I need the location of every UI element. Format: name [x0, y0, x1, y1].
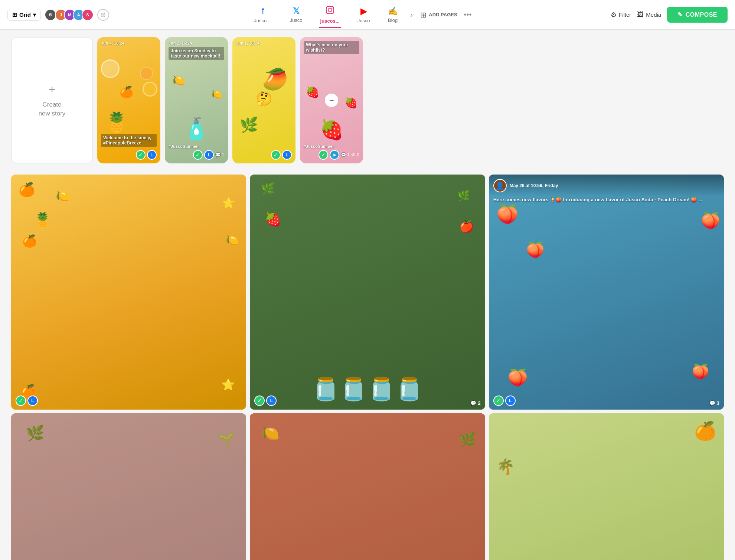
- media-label: Media: [646, 12, 661, 18]
- story-2-check-icon: ✓: [193, 150, 203, 160]
- top-navigation: ⊞ Grid ▾ 6 J M A S ⊕ f Jusco ... 𝕏 Jusco: [0, 0, 735, 30]
- story-3-overlay: Jun 1, 16:24 ✓ L: [232, 37, 295, 163]
- post-2-check-icon: ✓: [254, 395, 265, 406]
- story-1-text: Welcome to the family, #PineappleBreeze: [101, 134, 157, 147]
- story-2-overlay: Jun 2, 16:24 Join us on Sunday to taste …: [165, 37, 228, 163]
- tab-instagram[interactable]: juscos...: [311, 2, 349, 27]
- post-card-3[interactable]: 🍑 🍑 🍑 🍑 🍑 👤 May 26 at 10:56, Friday Here…: [489, 175, 724, 410]
- story-2-hashtag: #JuscoSummer: [169, 144, 224, 149]
- post-2-overlay: ✓ L 💬 2: [250, 392, 485, 410]
- story-4-hashtag: #JuscoSummer: [304, 144, 359, 149]
- twitter-icon: 𝕏: [293, 6, 300, 16]
- facebook-icon: f: [262, 6, 264, 16]
- post-3-fb-header: 👤 May 26 at 10:56, Friday: [493, 179, 719, 192]
- telegram-icon: ➤: [330, 150, 339, 160]
- more-options-button[interactable]: •••: [461, 10, 475, 19]
- add-pages-icon: ⊞: [420, 10, 427, 19]
- story-2-timestamp: Jun 2, 16:24: [169, 41, 224, 45]
- post-2-comment: 💬 2: [470, 400, 480, 406]
- media-button[interactable]: 🖼 Media: [637, 11, 661, 19]
- create-story-plus-icon: +: [49, 83, 56, 97]
- post-1-check-icon: ✓: [16, 395, 26, 406]
- story-4-overlay: What's next on your wishlist? #JuscoSumm…: [300, 37, 363, 163]
- posts-grid: 🍊 🍋 🍍 ⭐ 🍊 🍋 🍊 ⭐ ✓ L 🫙🫙🫙🫙 🌿 🌿 🍓 🍎: [11, 175, 724, 410]
- story-1-avatar: L: [147, 150, 157, 160]
- comment-icon: 💬: [470, 400, 476, 406]
- filter-label: Filter: [619, 12, 631, 18]
- story-4-extra: 👁 0: [351, 152, 359, 157]
- post-3-fb-date: May 26 at 10:56, Friday: [510, 183, 558, 188]
- media-icon: 🖼: [637, 11, 644, 19]
- add-member-button[interactable]: ⊕: [97, 9, 109, 21]
- post-1-overlay: ✓ L: [11, 392, 246, 410]
- grid-view-button[interactable]: ⊞ Grid ▾: [7, 9, 41, 21]
- blog-icon: ✍: [388, 6, 398, 16]
- chevron-down-icon: ▾: [33, 12, 36, 18]
- post-1-status: ✓ L: [16, 395, 38, 406]
- post-card-4[interactable]: 🫙 🫙 🫙 🌿 🌱 ✓: [11, 413, 246, 560]
- story-3-avatar: L: [282, 150, 292, 160]
- filter-button[interactable]: ⚙ Filter: [611, 11, 631, 19]
- compose-label: COMPOSE: [686, 12, 717, 18]
- story-3-timestamp: Jun 1, 16:24: [236, 41, 292, 45]
- platform-tabs: f Jusco ... 𝕏 Jusco juscos... ▶ Jusco: [109, 2, 611, 27]
- story-4-text: What's next on your wishlist?: [304, 41, 359, 54]
- post-3-comment-icon: 💬: [709, 400, 715, 406]
- story-card-4[interactable]: 🍓 🍓 🍓 → What's next on your wishlist? #J…: [300, 37, 363, 163]
- story-1-check-icon: ✓: [136, 150, 146, 160]
- post-3-overlay: ✓ L 💬 3: [489, 392, 724, 410]
- story-4-comment: 💬 1: [341, 152, 350, 157]
- avatar-4: S: [82, 9, 94, 21]
- tab-facebook[interactable]: f Jusco ...: [245, 2, 281, 27]
- post-card-5[interactable]: 🥤 🍋 🌿 ✓ ▶: [250, 413, 485, 560]
- post-2-status: ✓ L: [254, 395, 277, 406]
- post-card-6[interactable]: 🥤 🍊 🌴 💬 1: [489, 413, 724, 560]
- story-4-footer: ✓ ➤ 💬 1 👁 0: [304, 150, 359, 160]
- tab-twitter-label: Jusco: [290, 17, 303, 23]
- add-pages-button[interactable]: ⊞ ADD PAGES: [416, 10, 461, 19]
- tab-instagram-label: juscos...: [320, 18, 340, 24]
- compose-icon: ✎: [677, 11, 683, 18]
- nav-left-section: ⊞ Grid ▾ 6 J M A S ⊕: [7, 9, 109, 21]
- filter-icon: ⚙: [611, 11, 617, 19]
- main-content: + Createnew story 🍍 🍊 Jun 4, 16:24 Welco…: [0, 30, 735, 560]
- story-3-footer: ✓ L: [236, 150, 292, 160]
- instagram-icon: [326, 6, 334, 17]
- tab-blog[interactable]: ✍ Blog: [379, 3, 407, 27]
- grid-icon: ⊞: [12, 12, 17, 18]
- avatar-group: 6 J M A S: [45, 9, 91, 21]
- story-2-text: Join us on Sunday to taste our new mockt…: [169, 47, 224, 60]
- posts-grid-row2: 🫙 🫙 🫙 🌿 🌱 ✓ 🥤 🍋 🌿 ✓: [11, 413, 724, 560]
- grid-label: Grid: [19, 12, 31, 18]
- story-1-footer: ✓ L: [101, 150, 157, 160]
- story-2-footer: ✓ L 💬 1: [169, 150, 224, 160]
- svg-rect-0: [326, 6, 334, 14]
- story-card-1[interactable]: 🍍 🍊 Jun 4, 16:24 Welcome to the family, …: [97, 37, 160, 163]
- svg-point-1: [328, 8, 332, 12]
- story-2-avatar: L: [204, 150, 214, 160]
- tab-blog-label: Blog: [388, 17, 398, 23]
- post-3-check-icon: ✓: [493, 395, 504, 406]
- create-story-label: Createnew story: [39, 100, 66, 118]
- post-3-comment: 💬 3: [709, 400, 719, 406]
- post-card-2[interactable]: 🫙🫙🫙🫙 🌿 🌿 🍓 🍎 ✓ L 💬 2: [250, 175, 485, 410]
- compose-button[interactable]: ✎ COMPOSE: [667, 7, 728, 23]
- tab-twitter[interactable]: 𝕏 Jusco: [281, 3, 311, 27]
- nav-right-section: ⚙ Filter 🖼 Media ✎ COMPOSE: [611, 7, 728, 23]
- post-3-count: 3: [717, 400, 719, 406]
- svg-point-2: [331, 7, 332, 8]
- story-card-3[interactable]: 🥭 🌿 🤔 Jun 1, 16:24 ✓ L: [232, 37, 295, 163]
- stories-row: + Createnew story 🍍 🍊 Jun 4, 16:24 Welco…: [11, 37, 724, 163]
- create-story-card[interactable]: + Createnew story: [11, 37, 93, 163]
- post-1-avatar: L: [27, 395, 38, 406]
- post-2-count: 2: [478, 400, 480, 406]
- post-3-status: ✓ L: [493, 395, 516, 406]
- post-3-avatar: L: [505, 395, 516, 406]
- story-3-check-icon: ✓: [271, 150, 281, 160]
- post-3-fb-avatar: 👤: [493, 179, 507, 192]
- tab-youtube[interactable]: ▶ Jusco: [349, 2, 379, 27]
- story-2-comment: 💬 1: [215, 152, 224, 157]
- nav-expand-button[interactable]: ›: [407, 10, 417, 19]
- story-card-2[interactable]: 🧴 🍋 🍋 Jun 2, 16:24 Join us on Sunday to …: [165, 37, 228, 163]
- post-card-1[interactable]: 🍊 🍋 🍍 ⭐ 🍊 🍋 🍊 ⭐ ✓ L: [11, 175, 246, 410]
